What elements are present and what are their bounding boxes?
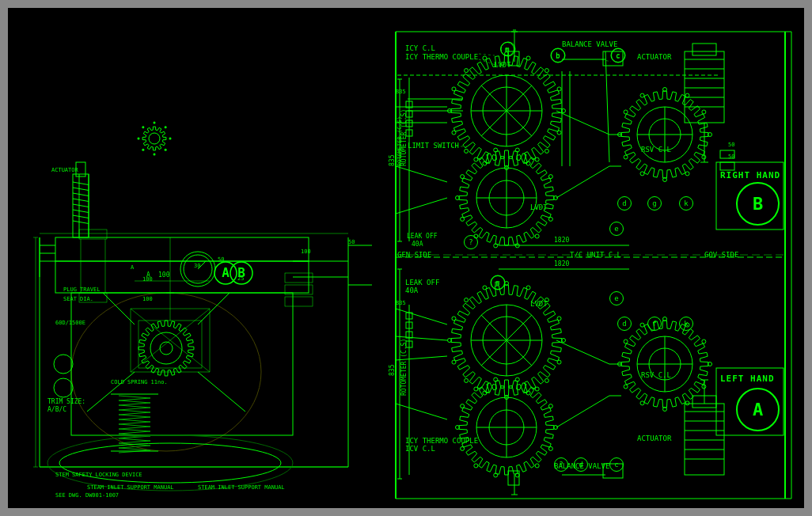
circle-k-top: k	[679, 196, 693, 211]
circle-b-large: B	[736, 182, 780, 226]
cad-drawing: ICY C.L ICY THERMO COUPLE BALANCE VALVE …	[8, 8, 804, 508]
circle-c-bottom: c	[609, 457, 624, 472]
circle-g-top: g	[647, 196, 662, 211]
limit-switch-label: LIMIT SWITCH	[408, 142, 459, 150]
right-hand-label: RIGHT HAND	[720, 170, 780, 180]
circle-question-top: ?	[464, 235, 478, 249]
lvdt-mid-label: LVDT	[530, 204, 548, 212]
circle-c-top: c	[611, 48, 625, 63]
circle-m-bottom: m	[491, 275, 505, 290]
icy-cl-top-label: ICY C.L	[405, 45, 435, 53]
circle-b-top: b	[551, 48, 565, 63]
circle-d-bottom: d	[617, 317, 632, 331]
tc-unit-cl-label: T/C UNIT C.L	[570, 252, 621, 260]
svg-text:B: B	[237, 265, 245, 280]
circle-e-bottom: e	[609, 291, 624, 305]
circle-m-top: m	[500, 42, 514, 56]
actuator-top-label: ACTUATOR	[637, 54, 671, 62]
rsv-cl-top-label: RSV C.L	[641, 146, 671, 154]
circle-a-large: A	[736, 388, 780, 431]
balance-valve-label: BALANCE VALVE	[562, 41, 617, 49]
circle-d-bottom2: d	[574, 457, 588, 472]
lvdt-bottom-label: LVDT	[530, 301, 548, 309]
actuator-bottom-label: ACTUATOR	[637, 435, 671, 443]
circle-question-bottom: ?	[554, 457, 568, 472]
circle-f-bottom: f	[647, 317, 662, 331]
icy-cl-bottom-label: ICV C.L	[405, 446, 435, 453]
rotometer-top-label: ROTOMETER (C.S)	[397, 116, 404, 166]
gen-side-label: GEN.SIDE	[397, 252, 431, 260]
left-hand-label: LEFT HAND	[720, 374, 775, 384]
lvdt-top-label: LVDT	[494, 62, 511, 70]
circle-d-top: d	[617, 196, 632, 211]
svg-text:A: A	[222, 265, 230, 280]
circle-k-bottom: k	[679, 317, 693, 331]
circle-e-top: e	[609, 222, 624, 236]
double-circle-ab: A B	[214, 260, 261, 290]
leak-off-40a-bottom-label: 40A	[405, 287, 418, 295]
rsv-cl-bottom-label: RSV C.L	[641, 372, 671, 380]
icy-thermo-couple-top-label: ICY THERMO COUPLE	[405, 54, 478, 62]
gov-side-label: GOV.SIDE	[704, 252, 738, 260]
